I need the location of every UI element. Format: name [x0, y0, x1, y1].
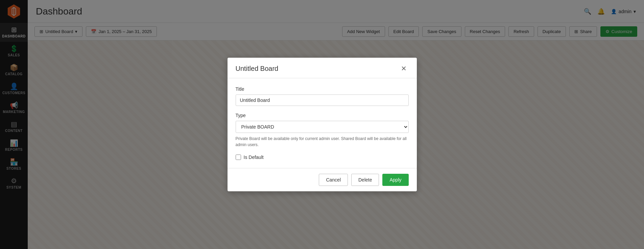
is-default-group: Is Default — [236, 155, 409, 160]
modal-header: Untitled Board ✕ — [228, 58, 417, 78]
is-default-label[interactable]: Is Default — [244, 155, 264, 160]
cancel-button[interactable]: Cancel — [319, 174, 348, 186]
apply-button[interactable]: Apply — [382, 174, 408, 186]
title-form-group: Title — [236, 86, 409, 106]
apply-label: Apply — [389, 177, 401, 183]
close-icon: ✕ — [401, 65, 407, 72]
type-label: Type — [236, 113, 409, 118]
type-select[interactable]: Private BOARD Shared BOARD — [236, 121, 409, 133]
type-hint: Private Board will be available only for… — [236, 136, 409, 148]
type-form-group: Type Private BOARD Shared BOARD Private … — [236, 113, 409, 148]
modal-footer: Cancel Delete Apply — [228, 168, 417, 191]
delete-label: Delete — [358, 177, 372, 183]
modal-overlay[interactable]: Untitled Board ✕ Title Type Private BOAR… — [0, 0, 644, 249]
title-input[interactable] — [236, 94, 409, 106]
is-default-checkbox[interactable] — [236, 155, 241, 160]
modal-title: Untitled Board — [236, 65, 279, 73]
delete-button[interactable]: Delete — [351, 174, 379, 186]
cancel-label: Cancel — [326, 177, 341, 183]
title-label: Title — [236, 86, 409, 92]
modal-close-button[interactable]: ✕ — [399, 64, 409, 73]
modal-body: Title Type Private BOARD Shared BOARD Pr… — [228, 78, 417, 168]
edit-board-modal: Untitled Board ✕ Title Type Private BOAR… — [228, 58, 417, 191]
